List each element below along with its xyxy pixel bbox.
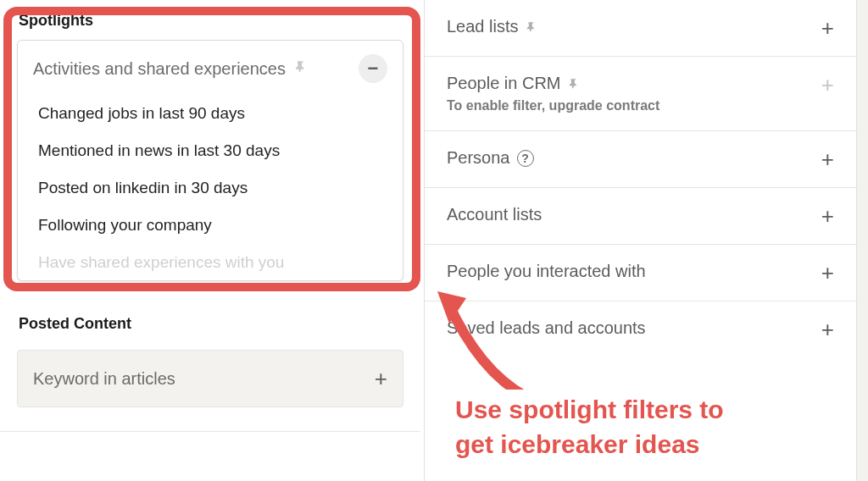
filter-saved-leads[interactable]: Saved leads and accounts +	[425, 301, 856, 357]
plus-icon: +	[821, 17, 834, 39]
plus-icon: +	[821, 74, 834, 96]
filter-account-lists[interactable]: Account lists +	[425, 188, 856, 245]
plus-icon: +	[375, 368, 387, 390]
filter-people-interacted[interactable]: People you interacted with +	[425, 245, 856, 301]
plus-icon: +	[821, 318, 834, 340]
activities-card: Activities and shared experiences − Chan…	[17, 40, 403, 281]
callout-line1: Use spotlight filters to	[455, 393, 724, 428]
keyword-in-articles-label: Keyword in articles	[33, 369, 175, 389]
filter-sublabel: To enable filter, upgrade contract	[447, 98, 659, 113]
plus-icon: +	[821, 148, 834, 170]
option-mentioned-news[interactable]: Mentioned in news in last 30 days	[18, 132, 403, 169]
filter-label: Persona	[447, 148, 510, 168]
option-shared-experiences[interactable]: Have shared experiences with you	[18, 244, 403, 272]
collapse-button[interactable]: −	[359, 54, 387, 83]
filter-label: People in CRM	[447, 74, 561, 93]
option-posted-linkedin[interactable]: Posted on linkedin in 30 days	[18, 169, 403, 207]
plus-icon: +	[821, 205, 834, 227]
filter-label: Lead lists	[447, 17, 519, 36]
filter-people-in-crm[interactable]: People in CRM To enable filter, upgrade …	[425, 57, 856, 131]
pin-icon	[526, 21, 537, 33]
section-divider	[0, 431, 420, 432]
activities-title: Activities and shared experiences	[33, 59, 286, 79]
pin-icon	[294, 60, 308, 77]
scrollbar-gutter	[856, 0, 868, 481]
option-changed-jobs[interactable]: Changed jobs in last 90 days	[18, 95, 403, 132]
filter-label: Account lists	[447, 205, 542, 224]
annotation-callout: Use spotlight filters to get icebreaker …	[452, 390, 731, 478]
minus-icon: −	[368, 58, 379, 80]
filter-keyword-in-articles[interactable]: Keyword in articles +	[17, 350, 403, 407]
option-following-company[interactable]: Following your company	[18, 207, 403, 244]
posted-content-heading: Posted Content	[0, 303, 420, 338]
filter-persona[interactable]: Persona ? +	[425, 131, 856, 188]
plus-icon: +	[821, 262, 834, 284]
filter-label: People you interacted with	[447, 262, 646, 281]
activities-card-header[interactable]: Activities and shared experiences −	[18, 41, 403, 91]
help-icon[interactable]: ?	[517, 150, 534, 167]
pin-icon	[568, 78, 580, 90]
spotlights-heading: Spotlights	[0, 0, 420, 35]
right-filter-list: Lead lists + People in CRM	[425, 0, 856, 357]
filter-label: Saved leads and accounts	[447, 318, 646, 338]
callout-line2: get icebreaker ideas	[455, 428, 724, 462]
activities-options: Changed jobs in last 90 days Mentioned i…	[18, 91, 403, 280]
filter-lead-lists[interactable]: Lead lists +	[425, 0, 856, 57]
